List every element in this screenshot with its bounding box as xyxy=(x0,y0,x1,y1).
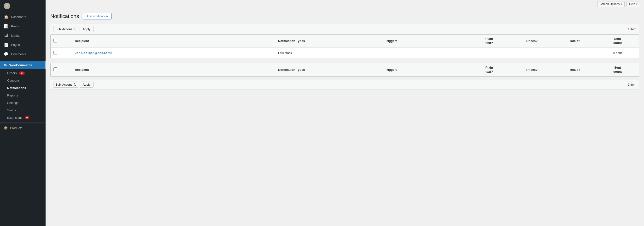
sidebar-item-notifications[interactable]: Notifications xyxy=(0,84,46,92)
row-prices: - xyxy=(511,48,553,58)
sidebar-item-label: Media xyxy=(11,34,20,38)
table-body: Jon Doe <jon@doe.com> Low stock - - - - … xyxy=(50,48,639,58)
main-content: Screen Options ▾ Help ▾ Notifications Ad… xyxy=(46,0,644,226)
top-toolbar: Bulk Actions ⇅ Apply 1 item xyxy=(50,24,639,34)
sidebar-divider-2 xyxy=(0,122,46,123)
header-sent-count: Sent count xyxy=(596,35,639,48)
bottom-header-notification-types: Notification Types xyxy=(275,63,382,76)
settings-label: Settings xyxy=(7,101,18,105)
sidebar: ⚡ 🏠 Dashboard 📝 Posts 🖼 Media 📄 Pages 💬 … xyxy=(0,0,46,226)
bottom-plain-text-header-content: Plain text? xyxy=(471,66,508,74)
header-triggers: Triggers xyxy=(382,35,468,48)
screen-options-button[interactable]: Screen Options ▾ xyxy=(597,1,625,7)
orders-badge: 68 xyxy=(19,72,25,75)
bottom-sent-count-line2: count xyxy=(613,70,622,73)
sidebar-item-posts[interactable]: 📝 Posts xyxy=(0,22,46,31)
header-plain-text: Plain text? xyxy=(468,35,510,48)
header-notification-types: Notification Types xyxy=(275,35,382,48)
bottom-sent-count-line1: Sent xyxy=(614,66,621,69)
sidebar-item-products[interactable]: 📦 Products xyxy=(0,124,46,132)
bottom-plain-text-line1: Plain xyxy=(486,66,493,69)
pages-icon: 📄 xyxy=(4,43,9,47)
sent-count-line2: count xyxy=(613,41,622,45)
extensions-label: Extensions xyxy=(7,116,22,119)
row-totals: - xyxy=(553,48,596,58)
bulk-actions-top-label: Bulk Actions xyxy=(56,27,72,31)
orders-label: Orders xyxy=(7,71,17,75)
sidebar-item-dashboard[interactable]: 🏠 Dashboard xyxy=(0,12,46,22)
woocommerce-icon: 🛍 xyxy=(4,63,7,67)
top-toolbar-left: Bulk Actions ⇅ Apply xyxy=(53,26,94,32)
table-header-row: Recipient Notification Types Triggers Pl… xyxy=(50,35,639,48)
bottom-header-prices: Prices? xyxy=(511,63,553,76)
bulk-actions-top-arrow-icon: ⇅ xyxy=(73,27,76,31)
sidebar-woocommerce-header[interactable]: 🛍 WooCommerce xyxy=(0,61,46,69)
apply-top-button[interactable]: Apply xyxy=(80,26,94,32)
bottom-toolbar: Bulk Actions ⇅ Apply 1 item xyxy=(50,80,639,90)
bottom-header-checkbox-cell xyxy=(50,63,72,76)
sidebar-item-status[interactable]: Status xyxy=(0,107,46,114)
help-button[interactable]: Help ▾ xyxy=(626,1,640,7)
bulk-actions-bottom-arrow-icon: ⇅ xyxy=(73,83,76,86)
wp-logo-icon: ⚡ xyxy=(4,3,10,9)
reports-label: Reports xyxy=(7,94,18,97)
bottom-plain-text-line2: text? xyxy=(486,70,493,73)
sidebar-logo: ⚡ xyxy=(0,0,46,12)
help-label: Help xyxy=(629,3,635,6)
products-label: Products xyxy=(10,126,22,130)
bottom-table-header: Recipient Notification Types Triggers Pl… xyxy=(50,63,639,77)
sidebar-item-comments[interactable]: 💬 Comments xyxy=(0,49,46,59)
page-content: Notifications Add notification Bulk Acti… xyxy=(46,8,644,226)
row-recipient: Jon Doe <jon@doe.com> xyxy=(72,48,275,58)
bulk-actions-bottom-label: Bulk Actions xyxy=(56,83,72,86)
sidebar-item-extensions[interactable]: Extensions 9 xyxy=(0,114,46,121)
bottom-sent-count-header-content: Sent count xyxy=(599,66,636,74)
row-triggers: - xyxy=(382,48,468,58)
posts-icon: 📝 xyxy=(4,24,9,29)
sidebar-item-settings[interactable]: Settings xyxy=(0,99,46,107)
sidebar-item-coupons[interactable]: Coupons xyxy=(0,77,46,84)
woocommerce-label: WooCommerce xyxy=(9,63,32,67)
notifications-table-section: Recipient Notification Types Triggers Pl… xyxy=(50,34,639,58)
row-checkbox[interactable] xyxy=(54,51,57,55)
header-checkbox-cell xyxy=(50,35,72,48)
bulk-actions-bottom-select[interactable]: Bulk Actions ⇅ xyxy=(53,82,78,88)
sidebar-item-label: Dashboard xyxy=(11,15,26,19)
coupons-label: Coupons xyxy=(7,79,20,82)
table-row: Jon Doe <jon@doe.com> Low stock - - - - … xyxy=(50,48,639,58)
header-prices: Prices? xyxy=(511,35,553,48)
notifications-table: Recipient Notification Types Triggers Pl… xyxy=(50,35,639,58)
select-all-checkbox[interactable] xyxy=(54,39,57,43)
products-icon: 📦 xyxy=(4,126,8,130)
header-totals: Totals? xyxy=(553,35,596,48)
sidebar-item-reports[interactable]: Reports xyxy=(0,92,46,99)
sent-count-header-content: Sent count xyxy=(599,37,636,45)
sidebar-item-pages[interactable]: 📄 Pages xyxy=(0,40,46,49)
sent-count-line1: Sent xyxy=(614,37,621,41)
recipient-link[interactable]: Jon Doe <jon@doe.com> xyxy=(75,51,112,55)
sidebar-item-orders[interactable]: Orders 68 xyxy=(0,69,46,77)
row-sent-count: 0 sent xyxy=(596,48,639,58)
sidebar-item-label: Posts xyxy=(11,25,19,28)
bottom-header-recipient: Recipient xyxy=(72,63,275,76)
header-recipient: Recipient xyxy=(72,35,275,48)
add-notification-button[interactable]: Add notification xyxy=(83,13,112,20)
bulk-actions-top-select[interactable]: Bulk Actions ⇅ xyxy=(53,26,78,32)
plain-text-header-content: Plain text? xyxy=(471,37,508,45)
bottom-table-header-row: Recipient Notification Types Triggers Pl… xyxy=(50,63,639,76)
bottom-toolbar-left: Bulk Actions ⇅ Apply xyxy=(53,82,94,88)
sidebar-item-media[interactable]: 🖼 Media xyxy=(0,31,46,40)
screen-options-label: Screen Options xyxy=(600,3,620,6)
plain-text-line2: text? xyxy=(486,41,493,45)
topbar: Screen Options ▾ Help ▾ xyxy=(46,0,644,8)
row-notification-type: Low stock xyxy=(275,48,382,58)
bottom-table-header-section: Recipient Notification Types Triggers Pl… xyxy=(50,63,639,77)
apply-bottom-button[interactable]: Apply xyxy=(80,82,94,88)
sidebar-item-label: Pages xyxy=(11,43,20,47)
bottom-select-all-checkbox[interactable] xyxy=(54,67,57,71)
bottom-header-sent-count: Sent count xyxy=(596,63,639,76)
bottom-header-totals: Totals? xyxy=(553,63,596,76)
bottom-header-triggers: Triggers xyxy=(382,63,468,76)
sidebar-divider xyxy=(0,60,46,60)
screen-options-chevron-icon: ▾ xyxy=(620,3,622,6)
